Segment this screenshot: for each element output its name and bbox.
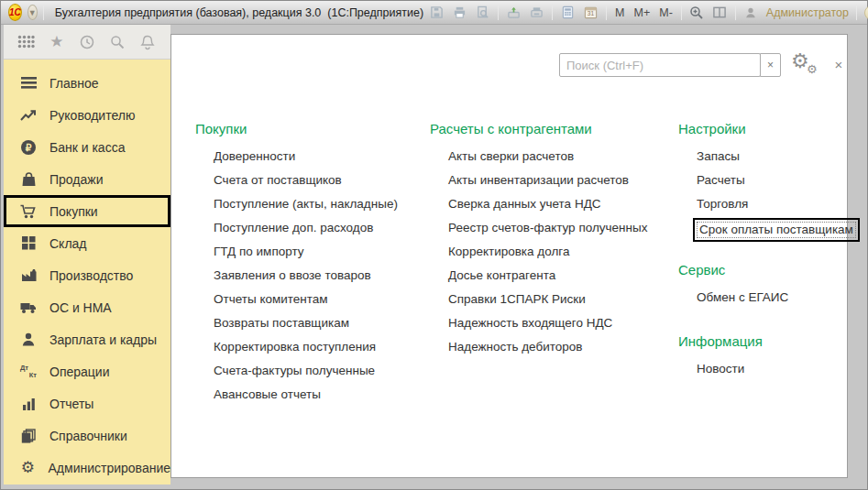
menu-link[interactable]: Сверка данных учета НДС <box>430 192 647 216</box>
batch-print-icon <box>530 5 544 19</box>
search-input[interactable] <box>559 53 761 77</box>
close-icon: × <box>835 57 843 72</box>
print-preview-icon <box>476 5 489 19</box>
sidebar-item-salary-hr[interactable]: Зарплата и кадры <box>4 323 170 355</box>
calendar-icon: 31 <box>584 5 598 19</box>
person-icon <box>18 332 38 346</box>
sidebar-item-main[interactable]: Главное <box>4 67 170 99</box>
split-window-button[interactable] <box>712 5 728 20</box>
sidebar-item-bank-cash[interactable]: ₽ Банк и касса <box>4 131 170 163</box>
menu-link[interactable]: Торговля <box>678 192 860 216</box>
sidebar-item-label: Продажи <box>49 172 103 187</box>
menu-link[interactable]: ГТД по импорту <box>195 240 398 264</box>
sidebar-item-operations[interactable]: ДтКт Операции <box>4 355 170 387</box>
gear-small-icon: ⚙ <box>807 63 818 75</box>
info-button[interactable]: i <box>864 5 868 20</box>
print-preview-button[interactable] <box>475 5 490 20</box>
sidebar-item-administration[interactable]: ⚙ Администрирование <box>4 452 170 484</box>
books-icon <box>18 429 38 443</box>
calculator-icon <box>561 5 575 19</box>
calculator-button[interactable] <box>560 5 576 20</box>
sidebar-item-production[interactable]: Производство <box>4 259 170 291</box>
print-button[interactable] <box>452 5 467 20</box>
truck-icon <box>18 301 38 314</box>
menu-link[interactable]: Корректировка поступления <box>195 335 398 359</box>
send-button[interactable] <box>506 5 522 20</box>
panel-settings-button[interactable]: ⚙⚙ <box>791 51 819 77</box>
menu-link-highlighted[interactable]: Срок оплаты поставщикам <box>693 218 860 242</box>
app-window: 1С ▼ Бухгалтерия предприятия (базовая), … <box>0 0 868 490</box>
bell-icon <box>139 34 156 50</box>
zoom-button[interactable] <box>689 5 705 20</box>
menu-link[interactable]: Реестр счетов-фактур полученных <box>430 216 647 240</box>
menu-link[interactable]: Заявления о ввозе товаров <box>195 264 398 288</box>
batch-print-button[interactable] <box>529 5 544 20</box>
history-button[interactable] <box>77 32 97 52</box>
menu-link[interactable]: Справки 1СПАРК Риски <box>430 288 647 311</box>
menu-link[interactable]: Запасы <box>678 145 860 169</box>
column-header: Информация <box>678 333 860 352</box>
menu-link[interactable]: Новости <box>678 357 860 381</box>
menu-link[interactable]: Поступление доп. расходов <box>195 216 398 240</box>
sidebar-item-reports[interactable]: Отчеты <box>4 387 170 419</box>
sections-menu-button[interactable] <box>16 32 37 52</box>
memory-m-minus-button[interactable]: M- <box>658 6 674 19</box>
menu-link[interactable]: Корректировка долга <box>430 240 647 264</box>
titlebar-toolbar: 31 M M+ M- Администратор i ▼ – □ ✕ <box>429 5 868 20</box>
memory-m-plus-button[interactable]: M+ <box>633 6 652 19</box>
menu-link[interactable]: Доверенности <box>195 145 398 169</box>
panel-close-button[interactable]: × <box>830 55 848 73</box>
gear-icon: ⚙ <box>18 460 38 475</box>
menu-bars-icon <box>18 77 38 89</box>
menu-link[interactable]: Досье контрагента <box>430 264 647 288</box>
sidebar-item-label: ОС и НМА <box>49 300 112 315</box>
sidebar-nav: Главное Руководителю ₽ Банк и касса Прод… <box>4 60 170 485</box>
search-button[interactable] <box>107 32 127 52</box>
menu-link[interactable]: Счета-фактуры полученные <box>195 359 398 383</box>
sidebar-item-sales[interactable]: Продажи <box>4 163 170 195</box>
factory-icon <box>18 268 38 282</box>
sidebar-item-purchases[interactable]: Покупки <box>4 195 170 227</box>
column-counterparty-settlements: Расчеты с контрагентами Акты сверки расч… <box>430 121 647 359</box>
warehouse-icon <box>18 236 38 250</box>
memory-m-button[interactable]: M <box>614 6 625 19</box>
calendar-button[interactable]: 31 <box>583 5 599 20</box>
menu-link[interactable]: Расчеты <box>678 169 860 192</box>
sidebar-item-label: Администрирование <box>49 461 171 475</box>
menu-link[interactable]: Поступление (акты, накладные) <box>195 192 398 216</box>
sidebar-item-directories[interactable]: Справочники <box>4 419 170 452</box>
column-header: Расчеты с контрагентами <box>430 121 647 139</box>
menu-link[interactable]: Авансовые отчеты <box>195 383 398 407</box>
save-icon <box>430 5 444 19</box>
sidebar-item-label: Зарплата и кадры <box>49 332 157 347</box>
sidebar-item-manager[interactable]: Руководителю <box>4 99 170 131</box>
chevron-down-icon: ▼ <box>28 8 37 17</box>
column-header: Настройки <box>678 121 860 139</box>
save-button[interactable] <box>429 5 445 20</box>
menu-link[interactable]: Акты сверки расчетов <box>430 145 647 169</box>
menu-link[interactable]: Акты инвентаризации расчетов <box>430 169 647 192</box>
sidebar-item-fixed-assets[interactable]: ОС и НМА <box>4 291 170 323</box>
zoom-in-icon <box>689 5 704 20</box>
menu-link[interactable]: Надежность входящего НДС <box>430 311 647 335</box>
menu-link[interactable]: Обмен с ЕГАИС <box>678 286 860 310</box>
menu-link[interactable]: Возвраты поставщикам <box>195 311 398 335</box>
menu-link[interactable]: Отчеты комитентам <box>195 288 398 311</box>
search-clear-button[interactable]: × <box>760 53 781 77</box>
user-icon <box>743 5 759 20</box>
window-title: Бухгалтерия предприятия (базовая), редак… <box>55 6 423 19</box>
menu-link[interactable]: Счета от поставщиков <box>195 169 398 192</box>
column-purchases: Покупки Доверенности Счета от поставщико… <box>195 121 398 407</box>
print-icon <box>453 5 467 19</box>
column-header: Покупки <box>195 121 398 139</box>
divider <box>498 5 499 20</box>
menu-link[interactable]: Надежность дебиторов <box>430 335 647 359</box>
svg-text:31: 31 <box>588 10 595 16</box>
system-menu-button[interactable]: ▼ <box>27 5 38 20</box>
notifications-button[interactable] <box>137 32 158 52</box>
shopping-bag-icon <box>18 172 38 187</box>
ruble-icon: ₽ <box>18 140 38 155</box>
sidebar-item-warehouse[interactable]: Склад <box>4 227 170 259</box>
favorites-button[interactable]: ★ <box>47 32 67 52</box>
main-area: ★ Главное Руководителю ₽ Банк и касса <box>1 25 867 489</box>
